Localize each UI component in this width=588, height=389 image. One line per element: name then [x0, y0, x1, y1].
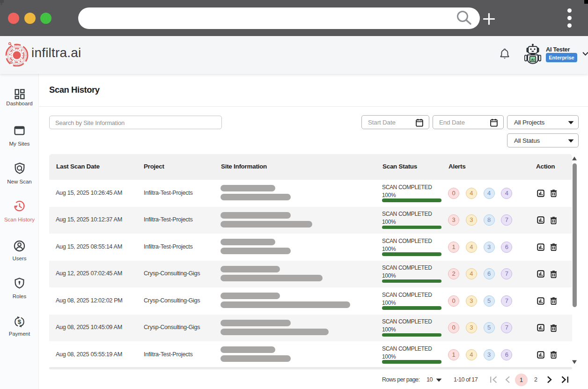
- svg-text:AI: AI: [531, 58, 535, 62]
